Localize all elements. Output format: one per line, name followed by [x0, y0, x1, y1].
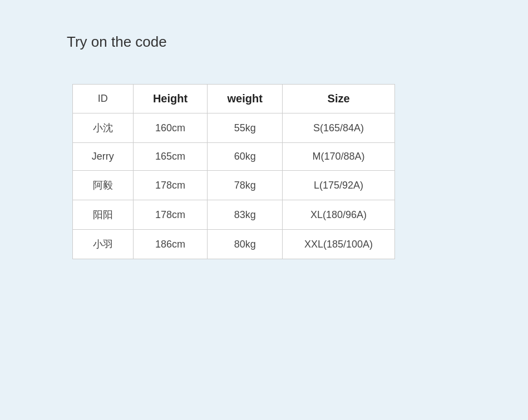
cell-size: XL(180/96A) — [283, 200, 395, 230]
cell-size: M(170/88A) — [283, 143, 395, 171]
cell-weight: 80kg — [208, 230, 283, 259]
cell-size: S(165/84A) — [283, 113, 395, 143]
cell-height: 178cm — [133, 171, 208, 200]
cell-height: 160cm — [133, 113, 208, 143]
header-weight: weight — [208, 85, 283, 113]
cell-weight: 83kg — [208, 200, 283, 230]
table-row: 阳阳178cm83kgXL(180/96A) — [73, 200, 395, 230]
table-header-row: ID Height weight Size — [73, 85, 395, 113]
cell-id: Jerry — [73, 143, 134, 171]
cell-weight: 78kg — [208, 171, 283, 200]
header-id: ID — [73, 85, 134, 113]
header-height: Height — [133, 85, 208, 113]
table-row: Jerry165cm60kgM(170/88A) — [73, 143, 395, 171]
cell-id: 小羽 — [73, 230, 134, 259]
page-title: Try on the code — [67, 33, 167, 51]
cell-id: 小沈 — [73, 113, 134, 143]
table-row: 小羽186cm80kgXXL(185/100A) — [73, 230, 395, 259]
header-size: Size — [283, 85, 395, 113]
cell-size: L(175/92A) — [283, 171, 395, 200]
table-row: 阿毅178cm78kgL(175/92A) — [73, 171, 395, 200]
size-chart-table-container: ID Height weight Size 小沈160cm55kgS(165/8… — [72, 84, 395, 259]
cell-weight: 55kg — [208, 113, 283, 143]
cell-weight: 60kg — [208, 143, 283, 171]
cell-id: 阳阳 — [73, 200, 134, 230]
cell-size: XXL(185/100A) — [283, 230, 395, 259]
cell-height: 165cm — [133, 143, 208, 171]
table-row: 小沈160cm55kgS(165/84A) — [73, 113, 395, 143]
cell-height: 178cm — [133, 200, 208, 230]
cell-id: 阿毅 — [73, 171, 134, 200]
size-chart-table: ID Height weight Size 小沈160cm55kgS(165/8… — [72, 84, 395, 259]
cell-height: 186cm — [133, 230, 208, 259]
